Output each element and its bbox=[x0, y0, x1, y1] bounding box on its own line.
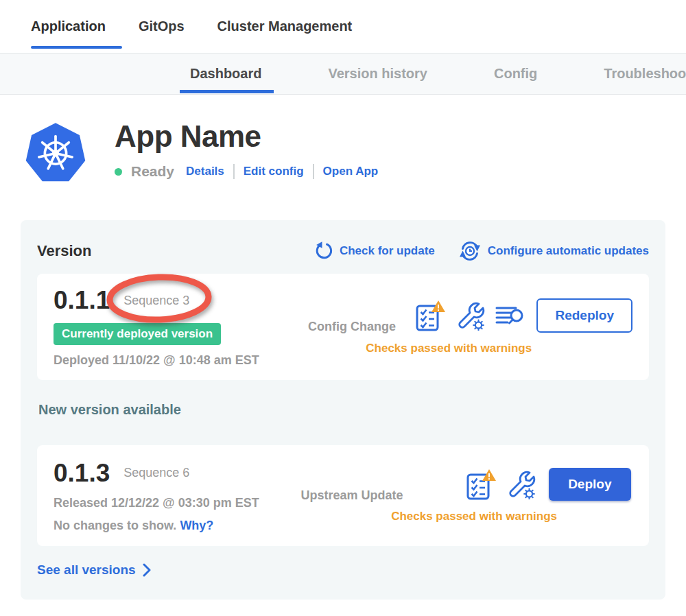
available-source-label: Upstream Update bbox=[290, 488, 414, 503]
tab-version-history[interactable]: Version history bbox=[328, 54, 427, 94]
status-badge: Ready bbox=[131, 163, 174, 180]
preflight-checklist-warning-icon[interactable] bbox=[466, 468, 497, 501]
current-version-number: 0.1.1 bbox=[54, 286, 110, 315]
current-source-label: Config Change bbox=[290, 320, 414, 334]
tab-troubleshoot[interactable]: Troubleshoot bbox=[604, 54, 686, 94]
auto-update-clock-icon bbox=[458, 239, 482, 263]
secondary-nav: Dashboard Version history Config Trouble… bbox=[0, 53, 686, 95]
status-dot-icon bbox=[115, 168, 122, 176]
why-link[interactable]: Why? bbox=[180, 519, 213, 532]
tab-cluster-management[interactable]: Cluster Management bbox=[217, 0, 353, 53]
app-header-text: App Name Ready Details Edit config Open … bbox=[115, 119, 378, 180]
available-sequence-label: Sequence 6 bbox=[123, 466, 189, 480]
divider bbox=[233, 164, 235, 179]
details-link[interactable]: Details bbox=[186, 165, 224, 178]
version-section: Version Check for update Configure bbox=[21, 220, 665, 600]
currently-deployed-badge: Currently deployed version bbox=[54, 323, 221, 345]
divider bbox=[313, 164, 314, 179]
preflight-checklist-warning-icon[interactable] bbox=[416, 299, 446, 332]
current-version-card: 0.1.1 Sequence 3 Currently deployed vers… bbox=[37, 274, 649, 380]
tab-gitops[interactable]: GitOps bbox=[139, 0, 185, 53]
chevron-right-icon bbox=[143, 563, 151, 577]
available-version-number: 0.1.3 bbox=[54, 459, 110, 488]
refresh-icon bbox=[313, 241, 333, 261]
check-for-update-button[interactable]: Check for update bbox=[313, 241, 435, 261]
primary-nav: Application GitOps Cluster Management bbox=[0, 0, 686, 53]
available-version-card: 0.1.3 Sequence 6 Released 12/12/22 @ 03:… bbox=[37, 445, 649, 546]
view-diff-icon[interactable] bbox=[495, 303, 524, 328]
redeploy-button[interactable]: Redeploy bbox=[536, 298, 632, 333]
open-app-link[interactable]: Open App bbox=[323, 165, 379, 178]
no-changes-text: No changes to show. Why? bbox=[54, 519, 290, 533]
config-wrench-gear-icon[interactable] bbox=[506, 469, 536, 499]
see-all-versions-label: See all versions bbox=[37, 562, 136, 578]
config-wrench-gear-icon[interactable] bbox=[456, 300, 486, 331]
tab-application[interactable]: Application bbox=[31, 0, 106, 53]
released-timestamp: Released 12/12/22 @ 03:30 pm EST bbox=[54, 496, 290, 510]
configure-automatic-updates-button[interactable]: Configure automatic updates bbox=[458, 239, 649, 263]
version-heading: Version bbox=[37, 242, 91, 260]
new-version-heading: New version available bbox=[38, 402, 649, 418]
see-all-versions-link[interactable]: See all versions bbox=[37, 562, 151, 578]
available-checks-status: Checks passed with warnings bbox=[391, 510, 557, 523]
tab-config[interactable]: Config bbox=[494, 54, 537, 94]
edit-config-link[interactable]: Edit config bbox=[244, 165, 304, 178]
check-for-update-label: Check for update bbox=[340, 244, 435, 258]
tab-dashboard[interactable]: Dashboard bbox=[190, 54, 261, 94]
deploy-button[interactable]: Deploy bbox=[549, 468, 630, 501]
current-sequence-label: Sequence 3 bbox=[123, 294, 189, 308]
kubernetes-logo-icon bbox=[24, 119, 87, 186]
page-title: App Name bbox=[115, 119, 378, 154]
deployed-timestamp: Deployed 11/10/22 @ 10:48 am EST bbox=[54, 353, 290, 368]
app-header: App Name Ready Details Edit config Open … bbox=[0, 95, 686, 186]
current-checks-status: Checks passed with warnings bbox=[366, 342, 532, 355]
configure-automatic-updates-label: Configure automatic updates bbox=[488, 244, 649, 258]
no-changes-label: No changes to show. bbox=[54, 519, 176, 532]
